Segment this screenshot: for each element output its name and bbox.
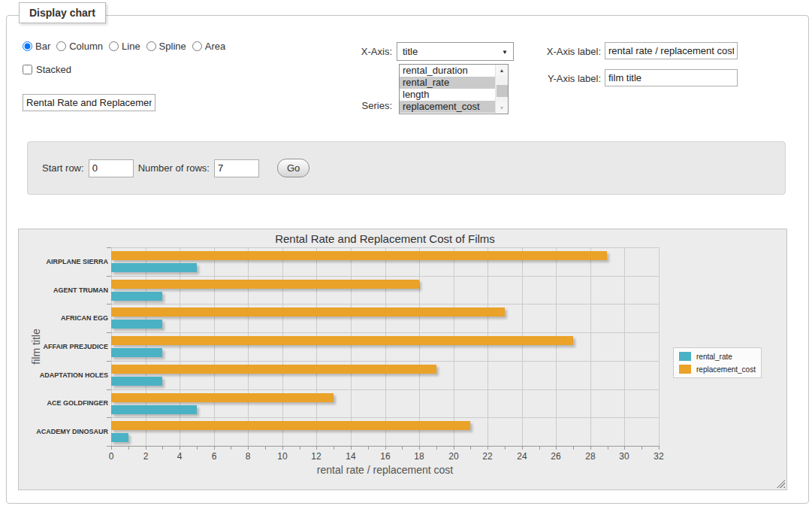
gridline-vertical [488, 247, 488, 446]
gridline-horizontal [111, 361, 659, 362]
chart-type-radio-bar[interactable] [23, 41, 32, 51]
x-tick-label: 8 [237, 451, 259, 462]
x-tick-mark [128, 446, 129, 450]
series-option-length[interactable]: length [400, 89, 508, 101]
chart-type-option-line[interactable]: Line [109, 41, 140, 52]
series-option-replacement_cost[interactable]: replacement_cost [400, 101, 508, 113]
gridline-vertical [214, 247, 215, 446]
stacked-option[interactable]: Stacked [23, 64, 71, 75]
gridline-vertical [351, 247, 352, 446]
series-options: rental_durationrental_ratelengthreplacem… [400, 65, 508, 113]
gridline-horizontal [111, 417, 659, 418]
chart-type-radio-column[interactable] [56, 41, 66, 51]
x-tick-mark [351, 446, 352, 450]
bar-rental_rate-ace-goldfinger [111, 405, 197, 414]
y-category-label: ACE GOLDFINGER [19, 399, 108, 407]
y-category-label: AFRICAN EGG [19, 314, 108, 322]
gridline-horizontal [111, 276, 659, 277]
legend-label: replacement_cost [696, 365, 756, 374]
x-axis-ticks: 02468101214161820222426283032 [111, 446, 659, 464]
x-tick-mark [488, 446, 488, 450]
y-axis-label-input[interactable] [605, 69, 738, 86]
gridline-vertical [385, 247, 386, 446]
chart-type-label: Line [122, 41, 140, 52]
chart-title: Rental Rate and Replacement Cost of Film… [111, 232, 659, 245]
x-axis-selected-value: title [403, 46, 418, 57]
gridline-horizontal [111, 304, 659, 304]
legend-entry-replacement_cost: replacement_cost [679, 365, 756, 374]
chart-legend: rental_ratereplacement_cost [673, 347, 762, 378]
y-axis-label-label: Y-Axis label: [526, 73, 601, 84]
go-button[interactable]: Go [277, 159, 309, 177]
x-tick-mark [436, 446, 437, 450]
gridline-vertical [419, 247, 420, 446]
stacked-label: Stacked [36, 64, 71, 75]
x-tick-mark [316, 446, 317, 450]
x-axis-select[interactable]: title ▼ [397, 42, 514, 61]
x-tick-mark [556, 446, 557, 450]
x-tick-mark [300, 446, 300, 450]
gridline-vertical [624, 247, 625, 446]
chart-type-radio-line[interactable] [109, 41, 119, 51]
x-tick-label: 2 [134, 451, 157, 462]
gridline-vertical [111, 247, 112, 446]
y-tick-mark [107, 389, 111, 390]
gridline-horizontal [111, 389, 659, 390]
stacked-checkbox[interactable] [23, 65, 32, 74]
bar-rental_rate-academy-dinosaur [111, 433, 128, 442]
x-axis-label-input[interactable] [605, 42, 738, 59]
chevron-down-icon: ▼ [502, 49, 508, 56]
num-rows-input[interactable] [214, 159, 259, 177]
gridline-vertical [454, 247, 454, 446]
x-tick-label: 30 [613, 451, 635, 462]
series-multiselect[interactable]: rental_durationrental_ratelengthreplacem… [399, 64, 509, 114]
legend-swatch-replacement_cost [679, 365, 691, 374]
legend-swatch-rental_rate [679, 352, 691, 361]
scrollbar-thumb[interactable] [497, 85, 508, 97]
gridline-vertical [522, 247, 523, 446]
chart-type-radio-spline[interactable] [146, 41, 156, 51]
x-tick-mark [522, 446, 523, 450]
rows-panel: Start row: Number of rows: Go [27, 141, 786, 195]
gridline-vertical [146, 247, 146, 446]
x-axis-label-label: X-Axis label: [526, 46, 601, 57]
bar-rental_rate-agent-truman [111, 292, 162, 301]
gridline-vertical [556, 247, 557, 446]
x-tick-mark [248, 446, 249, 450]
x-tick-mark [419, 446, 420, 450]
chart-type-option-area[interactable]: Area [192, 41, 225, 52]
y-tick-mark [107, 361, 111, 362]
gridline-vertical [180, 247, 180, 446]
chart-type-label: Column [69, 41, 103, 52]
bar-replacement_cost-african-egg [111, 308, 505, 317]
bar-rental_rate-affair-prejudice [111, 348, 162, 357]
bar-rental_rate-adaptation-holes [111, 377, 162, 386]
bar-replacement_cost-ace-goldfinger [111, 393, 334, 402]
chart-type-radio-area[interactable] [192, 41, 202, 51]
x-tick-label: 32 [647, 451, 670, 462]
x-tick-label: 12 [305, 451, 328, 462]
x-tick-label: 18 [408, 451, 430, 462]
scrollbar[interactable]: ▲ ▼ [495, 65, 508, 114]
x-tick-label: 22 [476, 451, 499, 462]
series-option-rental_rate[interactable]: rental_rate [400, 77, 508, 89]
chart-type-option-spline[interactable]: Spline [146, 41, 186, 52]
scroll-up-icon[interactable]: ▲ [496, 65, 508, 76]
resize-handle-icon[interactable] [777, 480, 785, 488]
legend-label: rental_rate [696, 353, 732, 361]
chart-type-option-column[interactable]: Column [56, 41, 103, 52]
chart-type-option-bar[interactable]: Bar [23, 41, 50, 52]
x-tick-label: 6 [203, 451, 225, 462]
gridline-vertical [282, 247, 283, 446]
y-category-label: ACADEMY DINOSAUR [19, 428, 108, 435]
chart-title-input[interactable] [23, 94, 155, 111]
x-tick-mark [539, 446, 540, 450]
plot-area [111, 247, 659, 446]
x-axis-select-label: X-Axis: [317, 46, 392, 57]
display-chart-panel: Display chart BarColumnLineSplineArea St… [6, 15, 809, 504]
series-option-rental_duration[interactable]: rental_duration [400, 65, 508, 77]
start-row-input[interactable] [89, 159, 134, 177]
x-tick-mark [231, 446, 231, 450]
scroll-down-icon[interactable]: ▼ [496, 102, 508, 114]
x-tick-mark [608, 446, 608, 450]
